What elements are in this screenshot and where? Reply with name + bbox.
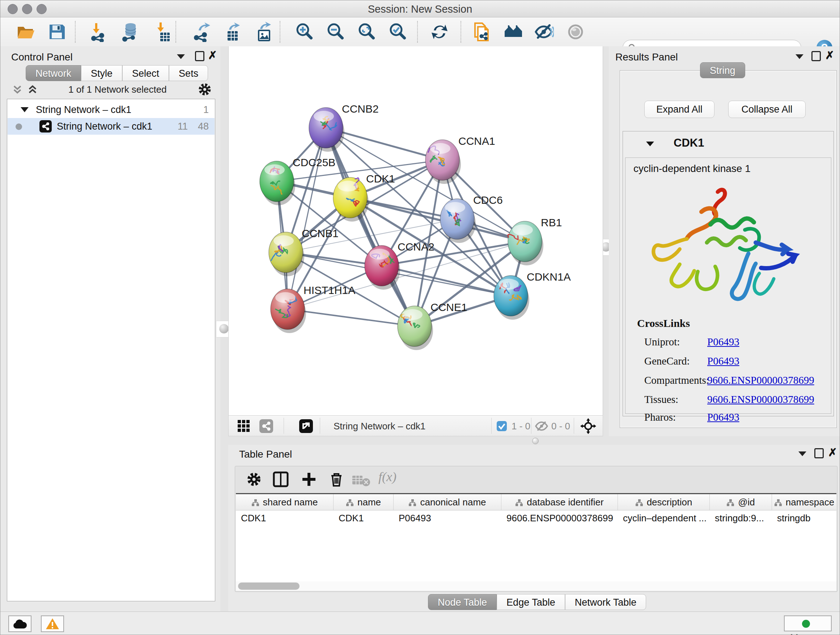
control-panel-menu-icon[interactable] [177, 54, 185, 59]
tab-sets[interactable]: Sets [169, 65, 208, 81]
hide-selected-icon[interactable] [534, 22, 554, 42]
collapse-triangle-icon[interactable] [21, 107, 28, 112]
column-header[interactable]: database identifier [501, 494, 618, 510]
refresh-icon[interactable] [429, 22, 450, 42]
column-header[interactable]: canonical name [393, 494, 501, 510]
birdseye-view-icon[interactable] [299, 419, 313, 433]
table-horizontal-scrollbar[interactable] [236, 581, 836, 591]
horizontal-splitter[interactable] [228, 436, 840, 445]
crosslink-link[interactable]: 9606.ENSP00000378699 [707, 394, 814, 405]
tab-string[interactable]: String [700, 62, 745, 78]
hidden-eye-icon[interactable] [535, 420, 549, 432]
export-network-icon[interactable] [191, 22, 212, 42]
control-panel-float-icon[interactable] [195, 51, 204, 61]
network-node-CDC6[interactable]: CDC6 [440, 194, 503, 243]
cloud-status-button[interactable] [8, 616, 32, 632]
string-view-icon[interactable] [259, 419, 273, 433]
table-gear-icon[interactable] [246, 471, 262, 487]
left-splitter[interactable] [220, 46, 228, 611]
tab-node-table[interactable]: Node Table [428, 594, 497, 610]
crosslink-link[interactable]: P06493 [707, 355, 739, 367]
table-panel-close-icon[interactable]: ✗ [828, 448, 837, 457]
table-cell[interactable]: CDK1 [236, 511, 333, 525]
tab-select[interactable]: Select [122, 65, 169, 81]
expand-all-chevron-icon[interactable] [12, 84, 23, 95]
import-network-icon[interactable] [88, 22, 108, 42]
zoom-fit-icon[interactable] [357, 22, 377, 42]
table-cell[interactable]: 9606.ENSP00000378699 [501, 511, 618, 525]
export-image-icon[interactable] [254, 22, 274, 42]
network-node-RB1[interactable]: RB1 [508, 217, 562, 265]
export-table-icon[interactable] [223, 22, 243, 42]
tab-edge-table[interactable]: Edge Table [497, 594, 565, 610]
zoom-out-icon[interactable] [326, 22, 346, 42]
tab-network[interactable]: Network [26, 65, 81, 81]
show-all-icon[interactable] [565, 22, 586, 42]
table-panel-title: Table Panel [239, 448, 292, 460]
right-splitter[interactable] [603, 46, 609, 436]
selected-checkbox-icon[interactable] [496, 421, 507, 432]
clone-network-icon[interactable] [471, 22, 492, 42]
network-node-CCNB1[interactable]: CCNB1 [269, 227, 339, 276]
zoom-selected-icon[interactable] [388, 22, 409, 42]
network-collection-row[interactable]: String Network – cdk1 1 [8, 101, 215, 118]
crosslink-link[interactable]: P06493 [707, 336, 739, 348]
warning-status-button[interactable] [41, 616, 64, 632]
results-panel-menu-icon[interactable] [796, 54, 804, 59]
column-header[interactable]: @id [710, 494, 772, 510]
network-row-selected[interactable]: String Network – cdk1 11 48 [8, 118, 215, 135]
table-cell[interactable]: stringdb:9... [710, 511, 772, 525]
toolbar-separator [417, 21, 418, 43]
zoom-in-icon[interactable] [295, 22, 315, 42]
column-header[interactable]: shared name [236, 494, 333, 510]
crosslink-label: Compartments: [644, 374, 709, 386]
fit-content-crosshair-icon[interactable] [580, 418, 596, 434]
network-node-HIST1H1A[interactable]: HIST1H1A [271, 284, 355, 333]
results-panel-float-icon[interactable] [812, 51, 821, 61]
toolbar-separator [279, 21, 280, 43]
table-panel-menu-icon[interactable] [798, 451, 806, 456]
collection-count: 1 [203, 104, 209, 116]
network-node-CCNE1[interactable]: CCNE1 [398, 301, 467, 350]
tab-style[interactable]: Style [81, 65, 122, 81]
network-options-gear-icon[interactable] [198, 82, 212, 96]
node-label-RB1: RB1 [541, 217, 562, 228]
import-table-icon[interactable] [152, 22, 172, 42]
memory-button[interactable]: Memory [784, 616, 832, 631]
import-database-icon[interactable] [120, 22, 140, 42]
crosslink-link[interactable]: P06493 [707, 411, 739, 423]
horizontal-splitter-handle[interactable] [532, 438, 538, 444]
node-table: shared name name canonical name database… [236, 493, 836, 581]
table-cell[interactable]: CDK1 [333, 511, 393, 525]
collapse-all-chevron-icon[interactable] [27, 84, 38, 95]
show-columns-icon[interactable] [273, 471, 289, 487]
table-cell[interactable]: stringdb [772, 511, 836, 525]
delete-table-icon[interactable] [352, 473, 370, 486]
open-session-icon[interactable] [16, 22, 36, 42]
control-panel-close-icon[interactable]: ✗ [208, 51, 217, 60]
expand-all-button[interactable]: Expand All [644, 101, 714, 118]
group-nodes-icon[interactable] [503, 22, 523, 42]
grid-view-icon[interactable] [237, 420, 250, 432]
network-canvas[interactable]: CCNB2CCNA1CDC25BCDK1CDC6RB1CCNB1CCNA2CDK… [229, 46, 603, 415]
tab-network-table[interactable]: Network Table [565, 594, 646, 610]
table-cell[interactable]: cyclin–dependent ... [618, 511, 710, 525]
scrollbar-thumb[interactable] [238, 583, 300, 590]
column-header[interactable]: name [333, 494, 393, 510]
crosslink-link[interactable]: 9606.ENSP00000378699 [707, 374, 814, 386]
table-cell[interactable]: P06493 [393, 511, 501, 525]
function-builder-icon[interactable]: f(x) [378, 469, 396, 485]
network-selection-status: 1 of 1 Network selected [68, 84, 167, 95]
results-panel-close-icon[interactable]: ✗ [825, 51, 834, 60]
save-session-icon[interactable] [47, 22, 67, 42]
collapse-all-button[interactable]: Collapse All [728, 101, 806, 118]
network-view[interactable]: CCNB2CCNA1CDC25BCDK1CDC6RB1CCNB1CCNA2CDK… [228, 46, 603, 415]
network-node-CDK1[interactable]: CDK1 [333, 173, 395, 222]
add-column-icon[interactable] [301, 471, 317, 487]
network-node-CDKN1A[interactable]: CDKN1A [494, 271, 571, 320]
table-panel-float-icon[interactable] [814, 448, 824, 458]
protein-collapse-icon[interactable] [646, 141, 654, 146]
column-header[interactable]: namespace [772, 494, 836, 510]
delete-column-icon[interactable] [328, 471, 344, 487]
column-header[interactable]: description [618, 494, 710, 510]
